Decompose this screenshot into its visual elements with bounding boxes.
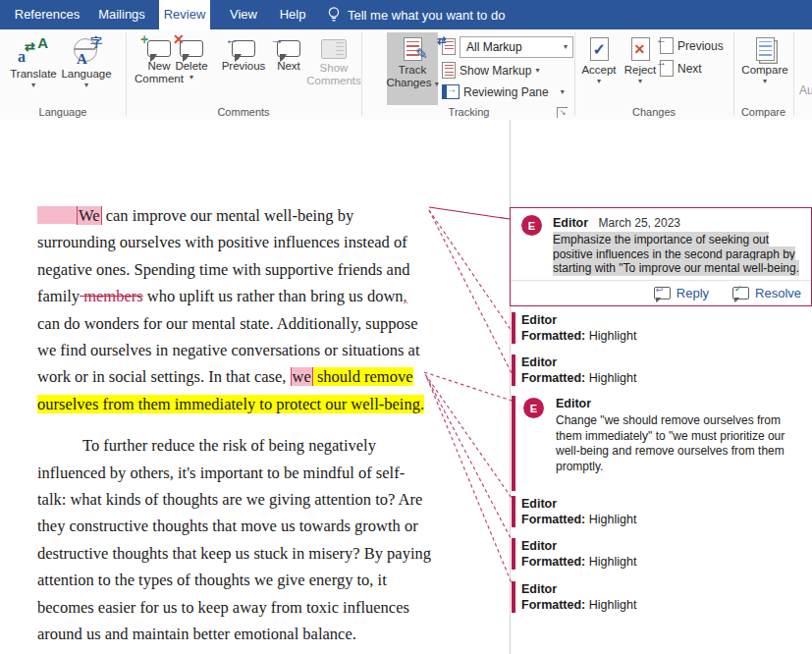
text-segment-normal: who uplift us rather than bring us down [143,287,404,305]
revision-entry[interactable]: Editor Formatted: Highlight [512,496,636,527]
show-markup-icon [442,62,456,79]
comment-author: Editor [553,216,588,230]
previous-comment-icon: ← [232,40,255,57]
comment-card[interactable]: E Editor March 25, 2023 Emphasize the im… [510,207,812,306]
combo-arrow-icon: ▾ [564,37,568,57]
tell-me-box[interactable]: Tell me what you want to do [327,0,505,29]
next-change-icon: → [660,60,674,77]
text-segment-indent [37,450,82,451]
translate-label: Translate [10,68,57,81]
language-globe-icon: 字 A [71,36,102,66]
reject-button[interactable]: ✕ Reject ▾ [621,32,660,85]
document-paragraph-1[interactable]: We can improve our mental well-being by … [37,202,432,417]
track-changes-button[interactable]: ✎ Track Changes ▾ [387,32,438,105]
lightbulb-icon [327,6,341,25]
comment-author: Editor [556,397,591,410]
dropdown-arrow-icon: ▾ [763,77,767,85]
show-markup-button[interactable]: Show Markup ▾ [442,62,539,79]
changes-group-label: Changes [574,106,733,118]
revision-entry[interactable]: Editor Formatted: Highlight [512,538,636,570]
dropdown-arrow-icon: ▾ [638,77,642,85]
text-segment-pink-indent [37,206,77,224]
tab-mailings[interactable]: Mailings [90,0,153,29]
compare-icon [756,37,775,61]
dropdown-arrow-icon: ▾ [597,77,601,85]
cutoff-ribbon-text: Au [799,83,812,97]
all-markup-icon: ⇄ [442,38,456,55]
editor-avatar: E [523,398,544,418]
tab-review[interactable]: Review [159,0,210,29]
dropdown-arrow-icon: ▾ [535,66,539,75]
markup-view-value: All Markup [466,40,522,54]
translate-icon: ⇄ A a [17,36,50,66]
revision-entry[interactable]: Editor Formatted: Highlight [512,312,636,344]
comment-entry[interactable]: E Editor Change "we should remove oursel… [512,396,810,491]
comment-date: March 25, 2023 [599,216,680,230]
group-separator [793,32,794,116]
text-segment-inserted: , [404,287,407,305]
compare-button[interactable]: Compare ▾ [738,32,791,85]
language-button[interactable]: 字 A Language ▾ [61,32,112,89]
text-segment-pink-mark: we [291,367,313,386]
group-separator [574,32,575,116]
text-segment-normal: To further reduce the risk of being nega… [37,436,431,643]
track-changes-icon: ✎ [404,37,422,61]
markup-view-select[interactable]: All Markup ▾ [460,36,573,58]
ribbon: ⇄ A a Translate ▾ 字 A Language ▾ Languag… [0,29,812,121]
document-body: We can improve our mental well-being by … [37,202,432,648]
previous-change-button[interactable]: ← Previous [660,37,724,54]
reviewing-pane-icon: → [442,84,460,99]
next-comment-button[interactable]: → Next [271,32,306,73]
reply-button[interactable]: ↩ Reply [654,286,709,300]
delete-comment-button[interactable]: ✕ Delete ▾ [169,32,214,82]
show-comments-button: Show Comments [308,32,359,87]
tab-help[interactable]: Help [271,0,314,29]
reject-icon: ✕ [631,37,650,61]
revision-entry[interactable]: Editor Formatted: Highlight [512,581,636,613]
next-change-button[interactable]: → Next [660,60,702,77]
accept-button[interactable]: ✓ Accept ▾ [577,32,621,85]
document-paragraph-2[interactable]: To further reduce the risk of being nega… [37,432,432,647]
text-segment-pink-mark: We [77,206,102,225]
group-separator [361,32,362,116]
dropdown-arrow-icon: ▾ [31,81,35,89]
dropdown-arrow-icon: ▾ [435,80,439,88]
tell-me-label: Tell me what you want to do [348,8,505,23]
markup-area-separator [510,120,511,654]
ribbon-tab-bar: References Mailings Review View Help Tel… [0,0,812,29]
text-segment-deleted: members [80,287,143,305]
reply-icon: ↩ [654,287,671,300]
compare-group-label: Compare [733,106,793,118]
comments-group-label: Comments [126,106,361,118]
comment-card-divider [511,280,811,281]
comment-text: Change "we should remove ourselves from … [556,413,804,474]
reviewing-pane-button[interactable]: → Reviewing Pane ▾ [442,84,565,99]
accept-icon: ✓ [590,37,609,61]
group-separator [733,32,734,116]
previous-change-icon: ← [660,37,674,54]
comment-text: Emphasize the importance of seeking out … [553,233,802,276]
tracking-group-label: Tracking [373,106,565,118]
dropdown-arrow-icon: ▾ [84,81,88,89]
show-comments-icon [321,39,347,59]
tab-view[interactable]: View [220,0,267,29]
new-comment-icon: + [147,40,171,57]
dropdown-arrow-icon: ▾ [561,87,565,96]
group-separator [126,32,127,116]
tab-references[interactable]: References [10,0,84,29]
dropdown-arrow-icon: ▾ [189,73,193,82]
delete-comment-icon: ✕ [180,40,203,57]
editor-avatar: E [521,215,542,236]
resolve-button[interactable]: ✓ Resolve [732,286,801,300]
language-label: Language [61,68,111,81]
revision-entry[interactable]: Editor Formatted: Highlight [512,354,636,386]
word-review-window: References Mailings Review View Help Tel… [0,0,812,654]
resolve-icon: ✓ [732,287,749,300]
next-comment-icon: → [277,40,300,57]
language-group-label: Language [0,106,126,118]
document-workspace: We can improve our mental well-being by … [0,120,812,654]
translate-button[interactable]: ⇄ A a Translate ▾ [8,32,59,89]
previous-comment-button[interactable]: ← Previous [218,32,269,73]
tracking-dialog-launcher-icon[interactable]: ↘ [557,107,568,118]
